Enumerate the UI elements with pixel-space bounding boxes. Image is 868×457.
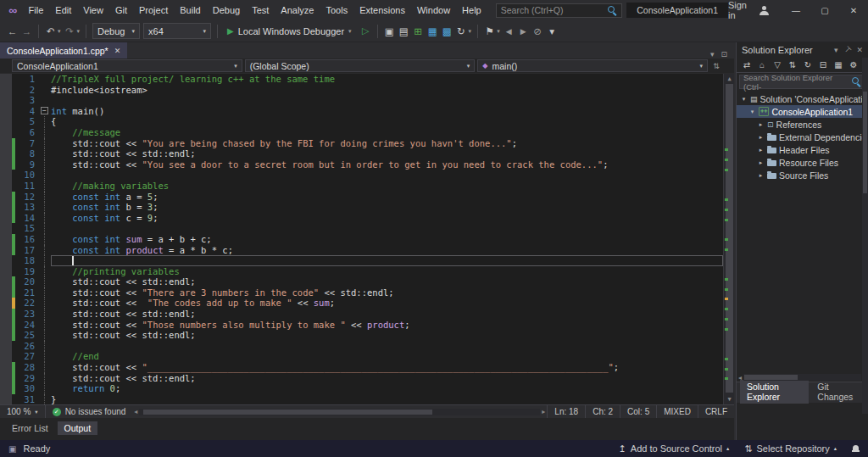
code-line-26[interactable]: 26 xyxy=(0,341,723,352)
editor-tab-consoleapplication1-cpp[interactable]: ConsoleApplication1.cpp* ✕ xyxy=(0,42,127,59)
breakpoint-margin[interactable] xyxy=(0,298,12,309)
document-health-indicator[interactable]: ✓ No issues found xyxy=(46,407,133,416)
breakpoint-margin[interactable] xyxy=(0,148,12,159)
eol-indicator[interactable]: CRLF xyxy=(698,405,734,418)
menu-edit[interactable]: Edit xyxy=(49,2,77,19)
close-panel-icon[interactable]: ✕ xyxy=(856,46,863,54)
scrollbar-track[interactable] xyxy=(743,374,861,381)
properties-icon[interactable]: ⚙ xyxy=(847,60,860,70)
breakpoint-margin[interactable] xyxy=(0,138,12,149)
breakpoint-margin[interactable] xyxy=(0,383,12,394)
refresh-icon-dropdown[interactable]: ▾ xyxy=(469,28,474,35)
previous-bookmark-icon[interactable]: ◄ xyxy=(502,26,516,36)
code-line-19[interactable]: 19 //printing variables xyxy=(0,266,723,277)
menu-analyze[interactable]: Analyze xyxy=(275,2,320,19)
notifications-bell-icon[interactable] xyxy=(852,444,860,453)
menu-window[interactable]: Window xyxy=(411,2,456,19)
code-line-23[interactable]: 23 std::cout << std::endl; xyxy=(0,309,723,320)
switch-views-icon[interactable]: ⇄ xyxy=(740,60,754,70)
code-text[interactable]: std::cout << "__________________________… xyxy=(51,362,723,373)
tree-item-source-files[interactable]: ▸Source Files xyxy=(737,169,868,181)
add-to-source-control-button[interactable]: ↥ Add to Source Control ▴ xyxy=(619,443,730,454)
code-text[interactable]: std::cout << std::endl; xyxy=(51,373,723,384)
code-line-24[interactable]: 24 std::cout << "Those numbers also mult… xyxy=(0,320,723,331)
breakpoint-margin[interactable] xyxy=(0,245,12,256)
scope-dropdown[interactable]: (Global Scope) ▾ xyxy=(245,59,476,72)
breakpoint-margin[interactable] xyxy=(0,320,12,331)
horizontal-scrollbar[interactable]: ◂ ▸ xyxy=(132,405,547,418)
expand-node-icon[interactable]: ▸ xyxy=(757,121,765,128)
menu-test[interactable]: Test xyxy=(246,2,275,19)
active-project-button[interactable]: ConsoleApplication1 xyxy=(626,3,728,18)
code-line-2[interactable]: 2#include<iostream> xyxy=(0,85,723,96)
menu-view[interactable]: View xyxy=(77,2,109,19)
menu-build[interactable]: Build xyxy=(174,2,206,19)
output-window-icon[interactable]: ▤ xyxy=(397,25,411,37)
panel-vertical-scrollbar[interactable] xyxy=(862,58,868,414)
project-dropdown[interactable]: ConsoleApplication1 ▾ xyxy=(12,59,242,72)
code-text[interactable]: std::cout << std::endl; xyxy=(51,276,723,287)
refresh-icon[interactable]: ↻ xyxy=(801,60,815,70)
collapse-region-icon[interactable]: − xyxy=(41,107,48,114)
start-without-debugging-icon[interactable]: ▷ xyxy=(359,25,373,36)
code-line-12[interactable]: 12 const int a = 5; xyxy=(0,192,723,203)
breakpoint-margin[interactable] xyxy=(0,170,12,181)
code-text[interactable]: std::cout << "Those numbers also multipl… xyxy=(51,320,723,331)
start-debugging-button[interactable]: ▶ Local Windows Debugger ▾ xyxy=(222,26,359,36)
scrollbar-thumb[interactable] xyxy=(143,410,432,415)
menu-help[interactable]: Help xyxy=(456,2,487,19)
breakpoint-margin[interactable] xyxy=(0,127,12,138)
breakpoint-margin[interactable] xyxy=(0,223,12,234)
vertical-scrollbar[interactable]: ▲ ▼ xyxy=(723,74,734,404)
code-line-30[interactable]: 30 return 0; xyxy=(0,383,723,394)
tree-item-consoleapplication1[interactable]: ▾++ConsoleApplication1 xyxy=(737,105,868,118)
sign-in-button[interactable]: Sign in xyxy=(728,0,768,20)
code-line-4[interactable]: 4−int main() xyxy=(0,106,723,117)
menu-debug[interactable]: Debug xyxy=(207,2,246,19)
code-text[interactable]: } xyxy=(51,394,723,404)
breakpoints-window-icon[interactable]: ▣ xyxy=(382,25,397,37)
code-line-21[interactable]: 21 std::cout << "There are 3 numbers in … xyxy=(0,287,723,298)
pin-icon[interactable]: ⊤ xyxy=(842,45,853,56)
show-all-files-icon[interactable]: ▦ xyxy=(832,60,845,70)
redo-icon-dropdown[interactable]: ▾ xyxy=(77,28,82,35)
code-line-16[interactable]: 16 const int sum = a + b + c; xyxy=(0,234,723,245)
close-tab-icon[interactable]: ✕ xyxy=(114,47,121,55)
save-file-icon[interactable]: ▦ xyxy=(426,25,440,37)
code-text[interactable]: const int product = a * b * c; xyxy=(51,245,723,256)
breakpoint-margin[interactable] xyxy=(0,330,12,341)
collapse-node-icon[interactable]: ▾ xyxy=(748,109,756,115)
configuration-dropdown[interactable]: Debug ▾ xyxy=(92,23,140,39)
menu-git[interactable]: Git xyxy=(109,2,133,19)
maximize-button[interactable]: ▢ xyxy=(810,0,839,20)
code-line-29[interactable]: 29 std::cout << std::endl; xyxy=(0,373,723,384)
scrollbar-thumb[interactable] xyxy=(863,92,867,193)
window-menu-icon[interactable]: ▾ xyxy=(834,46,838,54)
tool-tab-output[interactable]: Output xyxy=(58,421,98,435)
breakpoint-margin[interactable] xyxy=(0,255,12,266)
code-line-20[interactable]: 20 std::cout << std::endl; xyxy=(0,276,723,287)
code-text[interactable]: int main() xyxy=(51,106,723,117)
menu-tools[interactable]: Tools xyxy=(320,2,353,19)
breakpoint-margin[interactable] xyxy=(0,159,12,170)
breakpoint-margin[interactable] xyxy=(0,106,12,117)
breakpoint-margin[interactable] xyxy=(0,202,12,213)
code-text[interactable] xyxy=(51,341,723,352)
breakpoint-margin[interactable] xyxy=(0,351,12,362)
code-text[interactable]: std::cout << std::endl; xyxy=(51,309,723,320)
platform-dropdown[interactable]: x64 ▾ xyxy=(143,23,211,39)
code-editor[interactable]: 1//TripleX full project/ learning c++ at… xyxy=(0,74,734,404)
code-text[interactable]: //TripleX full project/ learning c++ at … xyxy=(51,74,723,85)
code-line-25[interactable]: 25 std::cout << std::endl; xyxy=(0,330,723,341)
code-line-5[interactable]: 5{ xyxy=(0,116,723,127)
code-text[interactable]: const int a = 5; xyxy=(51,192,723,203)
filter-icon[interactable]: ▽ xyxy=(771,60,784,70)
code-text[interactable]: //message xyxy=(51,127,723,138)
toolbar-overflow-icon[interactable]: ▾ xyxy=(545,25,559,37)
code-line-10[interactable]: 10 xyxy=(0,170,723,181)
home-icon[interactable]: ⌂ xyxy=(755,60,769,70)
breakpoint-margin[interactable] xyxy=(0,362,12,373)
expand-node-icon[interactable]: ▸ xyxy=(757,134,765,141)
breakpoint-margin[interactable] xyxy=(0,74,12,85)
collapse-all-icon[interactable]: ⊟ xyxy=(816,60,830,70)
